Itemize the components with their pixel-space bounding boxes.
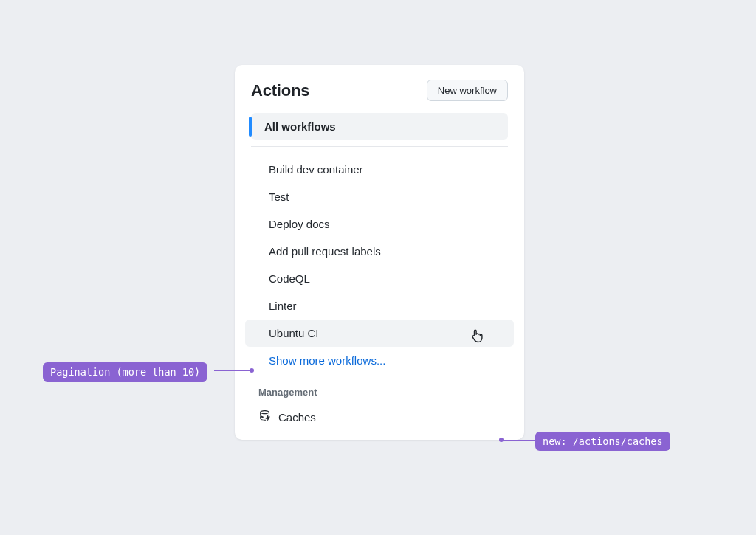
annotation-connector	[501, 440, 535, 441]
database-icon	[258, 410, 271, 425]
workflow-list: Build dev container Test Deploy docs Add…	[235, 156, 524, 368]
management-heading: Management	[235, 387, 524, 405]
panel-title: Actions	[251, 81, 309, 100]
workflow-item[interactable]: Deploy docs	[245, 210, 514, 238]
divider	[251, 379, 508, 379]
workflow-item-label: Ubuntu CI	[269, 327, 319, 339]
workflow-item[interactable]: Add pull request labels	[245, 238, 514, 265]
show-more-workflows-link[interactable]: Show more workflows...	[245, 348, 514, 368]
actions-panel: Actions New workflow All workflows Build…	[235, 65, 524, 440]
annotation-connector	[214, 370, 251, 371]
workflow-item[interactable]: Build dev container	[245, 156, 514, 183]
annotation-dot	[499, 438, 504, 442]
workflow-item[interactable]: Linter	[245, 292, 514, 320]
nav-caches[interactable]: Caches	[235, 405, 524, 434]
pointer-cursor-icon	[471, 328, 483, 346]
workflow-item[interactable]: Test	[245, 183, 514, 210]
nav-all-workflows[interactable]: All workflows	[251, 113, 508, 140]
workflow-item[interactable]: Ubuntu CI	[245, 320, 514, 347]
annotation-dot	[250, 368, 254, 373]
new-workflow-button[interactable]: New workflow	[427, 80, 508, 101]
annotation-caches-route: new: /actions/caches	[535, 432, 670, 451]
all-workflows-label: All workflows	[258, 120, 336, 133]
active-indicator	[249, 117, 252, 137]
workflow-item[interactable]: CodeQL	[245, 265, 514, 292]
annotation-pagination: Pagination (more than 10)	[43, 362, 207, 382]
caches-label: Caches	[278, 411, 316, 424]
panel-header: Actions New workflow	[235, 80, 524, 113]
divider	[251, 146, 508, 147]
